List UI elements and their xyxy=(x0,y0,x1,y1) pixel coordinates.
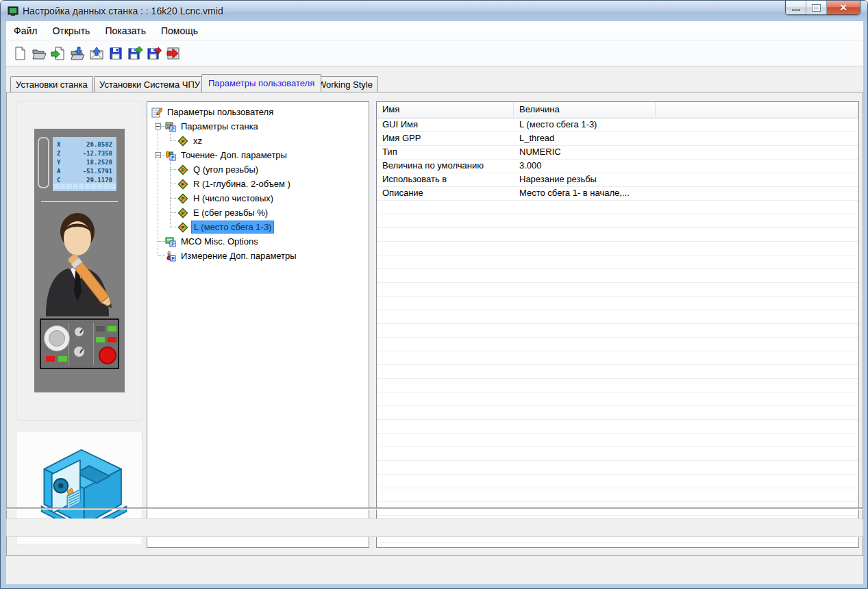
override-knob xyxy=(73,346,85,358)
selector-knob xyxy=(74,327,84,337)
parameter-icon: P xyxy=(177,193,188,204)
machine-control-panel xyxy=(40,318,119,369)
load-into-folder-icon xyxy=(70,46,85,61)
table-row[interactable]: Имя GPP L_thread xyxy=(377,132,858,146)
tree-item-label: Точение- Доп. параметры xyxy=(179,149,289,161)
mail-receive-icon xyxy=(89,46,104,61)
parameter-icon: P xyxy=(177,208,188,218)
tab-strip: Установки станка Установки Система ЧПУ П… xyxy=(6,66,863,92)
table-row[interactable]: Тип NUMERIC xyxy=(377,146,858,160)
tree-item-label-selected: L (место сбега 1-3) xyxy=(191,221,274,234)
tab-working-style[interactable]: Working Style xyxy=(312,76,378,92)
save-add-icon xyxy=(127,46,142,61)
svg-text:P: P xyxy=(182,195,185,201)
property-value: Место сбега 1- в начале,... xyxy=(514,187,656,200)
save-add-button[interactable] xyxy=(125,44,145,63)
property-value: L (место сбега 1-3) xyxy=(514,118,656,131)
tree-item-q-thread-angle[interactable]: P Q (угол резьбы) xyxy=(147,162,369,177)
exit-button[interactable] xyxy=(164,44,183,63)
tree-item-r-depth-volume[interactable]: P R (1-глубина. 2-объем ) xyxy=(147,177,369,191)
save-button[interactable] xyxy=(106,44,125,63)
svg-text:P: P xyxy=(171,255,175,260)
tab-machine-settings[interactable]: Установки станка xyxy=(10,76,93,92)
dro-value: 26.8582 xyxy=(86,140,112,149)
column-header-empty[interactable] xyxy=(656,102,858,118)
table-header: Имя Величина xyxy=(377,102,858,118)
property-name: Тип xyxy=(377,146,514,159)
tree-item-h-finish-passes[interactable]: P H (число чистовых) xyxy=(147,191,369,205)
operator-panel-groupbox: X26.8582 Z-12.7358 Y18.2528 A-51.5791 C2… xyxy=(16,101,142,421)
machine-params-icon: P xyxy=(165,121,176,132)
import-file-button[interactable] xyxy=(49,44,68,63)
svg-text:P: P xyxy=(171,155,175,160)
parameter-icon: P xyxy=(177,164,188,175)
tree-item-label: Измерение Доп. параметры xyxy=(179,250,299,262)
property-name: Описание xyxy=(377,187,514,200)
title-bar[interactable]: Настройка данных станка : : 16k20 Lcnc.v… xyxy=(1,1,867,21)
tree-item-label: E (сбег резьбы %) xyxy=(191,207,270,218)
dro-value: -51.5791 xyxy=(83,167,112,176)
tab-cnc-system-settings[interactable]: Установки Система ЧПУ xyxy=(94,76,206,92)
save-export-button[interactable] xyxy=(145,44,164,63)
tree-item-label: H (число чистовых) xyxy=(191,192,275,204)
tree-item-l-runout-place[interactable]: P L (место сбега 1-3) xyxy=(147,220,369,234)
table-row[interactable]: Описание Место сбега 1- в начале,... xyxy=(377,187,858,201)
close-button[interactable]: ✕ xyxy=(827,1,860,14)
new-document-button[interactable] xyxy=(10,44,29,63)
svg-text:P: P xyxy=(182,166,185,173)
table-row[interactable]: GUI Имя L (место сбега 1-3) xyxy=(377,118,858,132)
dro-axis: X xyxy=(57,140,60,149)
column-header-value[interactable]: Величина xyxy=(514,102,656,118)
close-icon: ✕ xyxy=(839,2,847,13)
dro-axis: A xyxy=(57,167,60,176)
maximize-button[interactable] xyxy=(806,1,827,14)
window-title: Настройка данных станка : : 16k20 Lcnc.v… xyxy=(23,5,223,16)
tree-item-label: xz xyxy=(191,135,204,147)
property-value: L_thread xyxy=(514,132,656,145)
menu-help[interactable]: Помощь xyxy=(153,21,206,40)
table-row[interactable]: Величина по умолчанию 3.000 xyxy=(377,160,858,173)
load-into-folder-button[interactable] xyxy=(68,44,87,63)
tab-content: X26.8582 Z-12.7358 Y18.2528 A-51.5791 C2… xyxy=(6,92,863,556)
tree-item-e-thread-runout[interactable]: P E (сбег резьбы %) xyxy=(147,205,369,220)
svg-text:P: P xyxy=(182,210,185,216)
property-name: Величина по умолчанию xyxy=(377,160,514,173)
property-value: 3.000 xyxy=(514,160,656,173)
turning-params-icon: P xyxy=(165,150,176,161)
svg-text:P: P xyxy=(182,138,185,144)
column-header-name[interactable]: Имя xyxy=(377,102,514,118)
collapse-toggle[interactable] xyxy=(155,123,161,129)
save-export-icon xyxy=(147,46,162,61)
tab-label: Working Style xyxy=(318,79,373,90)
minimize-button[interactable] xyxy=(786,1,806,14)
tree-item-turning-parameters[interactable]: P Точение- Доп. параметры xyxy=(147,148,369,162)
bottom-divider xyxy=(6,507,863,510)
new-document-icon xyxy=(12,46,27,61)
dro-value: -12.7358 xyxy=(83,149,112,158)
mail-receive-button[interactable] xyxy=(87,44,106,63)
menu-open[interactable]: Открыть xyxy=(45,21,97,40)
property-value: Нарезание резьбы xyxy=(514,173,656,186)
toolbar xyxy=(6,40,863,66)
pendant-outline xyxy=(38,137,49,188)
menu-file[interactable]: Файл xyxy=(6,21,45,40)
property-name: Имя GPP xyxy=(377,132,514,145)
tree-item-machine-parameters[interactable]: P Параметры станка xyxy=(147,119,369,134)
tree-item-user-parameters[interactable]: Параметры пользователя xyxy=(147,105,369,119)
open-folder-icon xyxy=(32,46,47,61)
green-indicator xyxy=(96,337,105,342)
menu-bar: Файл Открыть Показать Помощь xyxy=(6,21,863,40)
tree-item-xz[interactable]: P xz xyxy=(147,134,369,148)
open-folder-button[interactable] xyxy=(29,44,49,63)
table-row[interactable]: Использовать в Нарезание резьбы xyxy=(377,173,858,187)
tree-item-mco-misc-options[interactable]: P MCO Misc. Options xyxy=(147,234,369,249)
tree-item-measurement-parameters[interactable]: P Измерение Доп. параметры xyxy=(147,249,369,263)
collapse-toggle[interactable] xyxy=(155,152,161,158)
dro-axis: Y xyxy=(57,158,60,167)
green-indicator xyxy=(58,356,67,362)
menu-show[interactable]: Показать xyxy=(97,21,153,40)
empty-cell xyxy=(656,146,858,159)
tab-user-parameters[interactable]: Параметры пользователя xyxy=(201,74,321,92)
svg-text:P: P xyxy=(171,241,175,246)
app-window: Настройка данных станка : : 16k20 Lcnc.v… xyxy=(0,0,868,589)
